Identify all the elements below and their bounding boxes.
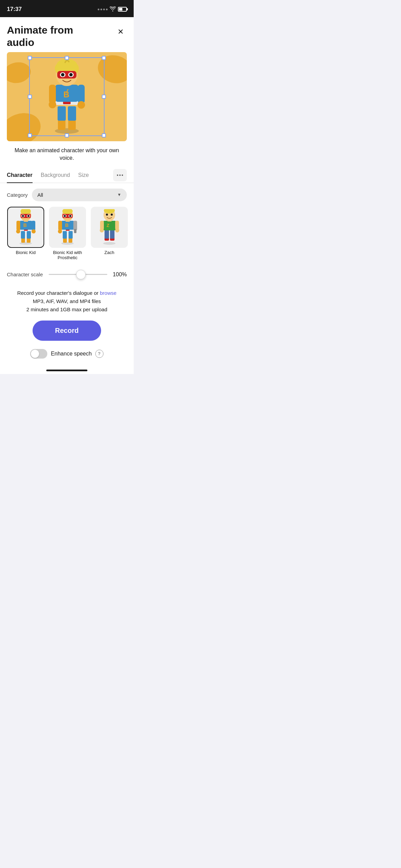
character-img-zach: Z — [91, 207, 128, 248]
signal-icon — [98, 9, 108, 10]
scale-slider[interactable] — [49, 268, 107, 281]
svg-point-46 — [27, 215, 29, 217]
tab-background[interactable]: Background — [41, 168, 70, 183]
svg-text:B: B — [63, 90, 69, 99]
home-bar — [46, 370, 87, 371]
info-limits: 2 minutes and 1GB max per upload — [26, 306, 107, 312]
svg-rect-5 — [58, 106, 66, 121]
svg-text:B: B — [65, 222, 69, 228]
home-indicator — [0, 365, 134, 374]
info-text-area: Record your character's dialogue or brow… — [0, 286, 134, 319]
scale-value: 100% — [111, 272, 127, 278]
scale-thumb[interactable] — [76, 270, 86, 279]
more-dot-3 — [122, 174, 123, 176]
toggle-knob — [31, 350, 39, 358]
more-options-button[interactable] — [113, 169, 127, 181]
handle-bottom-right[interactable] — [102, 133, 106, 137]
battery-icon — [118, 7, 127, 12]
svg-rect-58 — [74, 229, 76, 233]
wifi-icon — [110, 7, 116, 12]
character-scale-row: Character scale 100% — [0, 266, 134, 286]
status-time: 17:37 — [7, 6, 22, 13]
handle-top-right[interactable] — [102, 56, 106, 60]
tab-character[interactable]: Character — [7, 168, 33, 183]
enhance-speech-row: Enhance speech ? — [0, 348, 134, 365]
handle-bottom-left[interactable] — [28, 133, 32, 137]
record-button[interactable]: Record — [33, 321, 101, 341]
svg-point-14 — [77, 101, 85, 109]
svg-rect-36 — [32, 221, 35, 230]
svg-point-15 — [49, 101, 56, 108]
category-dropdown[interactable]: All ▼ — [32, 189, 127, 201]
svg-rect-29 — [21, 231, 25, 239]
more-dot-1 — [117, 174, 118, 176]
svg-rect-12 — [49, 85, 56, 104]
category-row: Category All ▼ — [0, 183, 134, 207]
character-card-bionic-prosthetic[interactable]: B Bionic Kid with Prosthetic — [49, 207, 86, 260]
enhance-speech-label: Enhance speech — [51, 351, 92, 357]
scale-label: Character scale — [7, 272, 45, 277]
hero-character-svg: B — [39, 59, 94, 134]
character-name-prosthetic: Bionic Kid with Prosthetic — [49, 250, 86, 260]
svg-rect-72 — [110, 229, 114, 239]
svg-point-83 — [111, 214, 113, 216]
tabs-bar: Character Background Size — [0, 168, 134, 183]
character-grid: B Bionic Kid — [0, 207, 134, 266]
close-button[interactable] — [114, 25, 127, 38]
info-prefix: Record your character's dialogue or — [17, 290, 100, 296]
svg-rect-30 — [27, 231, 31, 239]
svg-point-67 — [69, 215, 71, 217]
more-dot-2 — [119, 174, 121, 176]
character-card-zach[interactable]: Z — [90, 207, 128, 260]
svg-point-24 — [61, 73, 64, 76]
svg-rect-50 — [63, 231, 67, 239]
character-display: B — [7, 52, 127, 141]
info-formats: MP3, AIF, WAV, and MP4 files — [33, 298, 101, 304]
svg-point-66 — [64, 215, 66, 217]
browse-link[interactable]: browse — [100, 290, 116, 296]
handle-middle-right[interactable] — [102, 95, 106, 99]
tab-size[interactable]: Size — [78, 168, 89, 183]
svg-point-45 — [22, 215, 24, 217]
svg-rect-57 — [73, 221, 77, 230]
character-img-bionic-kid: B — [7, 207, 44, 248]
zach-thumbnail: Z — [97, 209, 122, 245]
svg-rect-6 — [68, 106, 76, 121]
svg-point-59 — [58, 229, 62, 233]
svg-point-37 — [16, 229, 20, 233]
svg-point-82 — [106, 214, 108, 216]
enhance-speech-toggle[interactable] — [30, 349, 47, 359]
svg-rect-35 — [16, 221, 20, 230]
handle-top-left[interactable] — [28, 56, 32, 60]
subtitle-text: Make an animated character with your own… — [0, 147, 134, 168]
help-icon[interactable]: ? — [95, 350, 104, 358]
svg-point-25 — [69, 73, 73, 76]
svg-point-38 — [32, 229, 36, 233]
handle-middle-left[interactable] — [28, 95, 32, 99]
svg-rect-73 — [103, 221, 116, 230]
character-img-bionic-prosthetic: B — [49, 207, 86, 248]
page-title: Animate from audio — [7, 24, 103, 49]
svg-point-68 — [103, 242, 116, 245]
svg-text:B: B — [23, 222, 27, 228]
dropdown-arrow-icon: ▼ — [117, 192, 121, 197]
character-card-bionic-kid[interactable]: B Bionic Kid — [7, 207, 45, 260]
character-preview-area: B — [7, 52, 127, 141]
svg-rect-13 — [78, 85, 85, 104]
bionic-kid-thumbnail: B — [13, 209, 39, 245]
svg-point-78 — [115, 228, 119, 232]
character-name-bionic-kid: Bionic Kid — [16, 250, 36, 255]
svg-text:Z: Z — [107, 223, 109, 228]
category-label: Category — [7, 192, 28, 198]
bionic-prosthetic-thumbnail: B — [55, 209, 81, 245]
status-bar: 17:37 — [0, 0, 134, 17]
header: Animate from audio — [0, 17, 134, 52]
main-content: Animate from audio — [0, 17, 134, 374]
category-value: All — [37, 192, 43, 198]
character-name-zach: Zach — [105, 250, 114, 255]
svg-rect-71 — [105, 229, 109, 239]
svg-point-77 — [100, 228, 104, 232]
svg-rect-51 — [69, 231, 73, 239]
status-icons — [98, 7, 127, 12]
svg-rect-56 — [58, 221, 62, 230]
